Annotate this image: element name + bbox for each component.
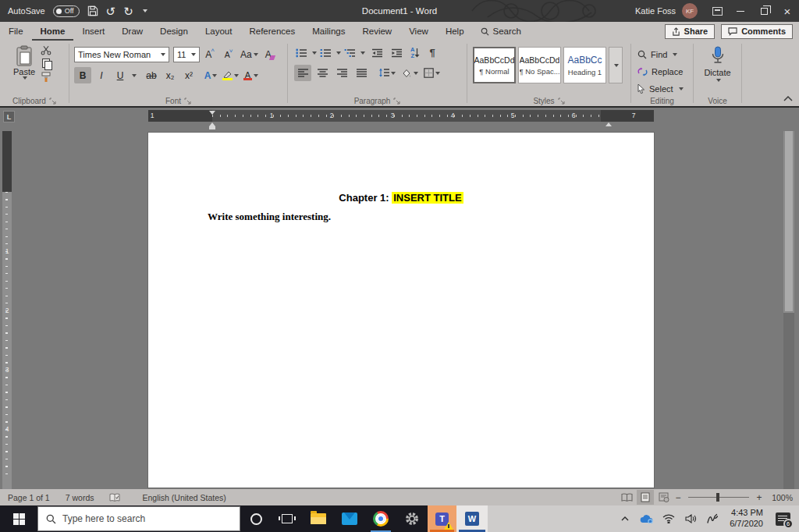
tab-insert[interactable]: Insert	[73, 22, 113, 41]
font-name-combo[interactable]: Times New Roman	[74, 47, 169, 62]
strikethrough-button[interactable]: ab	[143, 67, 160, 83]
document-body-line[interactable]: Write something interesting.	[208, 211, 331, 223]
tab-help[interactable]: Help	[437, 22, 473, 41]
left-indent-marker[interactable]	[209, 126, 215, 129]
right-indent-marker[interactable]	[605, 122, 612, 126]
text-effects-button[interactable]: A	[202, 67, 219, 83]
tab-layout[interactable]: Layout	[197, 22, 241, 41]
avatar[interactable]: KF	[682, 3, 698, 19]
align-center-button[interactable]	[314, 65, 331, 81]
taskbar-clock[interactable]: 4:43 PM 6/7/2020	[725, 508, 768, 530]
word-taskbar-button[interactable]: W	[456, 505, 488, 532]
vertical-ruler[interactable]: 1 2 3 4	[2, 131, 12, 489]
mail-button[interactable]	[334, 505, 365, 532]
tab-references[interactable]: References	[240, 22, 304, 41]
customize-qat-caret-icon[interactable]	[143, 9, 147, 12]
redo-icon[interactable]: ↻	[123, 5, 133, 17]
document-page[interactable]: Chapter 1: INSERT TITLE Write something …	[148, 133, 654, 488]
language-indicator[interactable]: English (United States)	[128, 493, 233, 502]
bullets-caret-icon[interactable]	[312, 51, 317, 55]
underline-caret-icon[interactable]	[132, 74, 137, 77]
grow-font-button[interactable]: A˄	[201, 46, 218, 62]
first-line-indent-marker[interactable]	[209, 111, 215, 115]
bullets-icon[interactable]	[296, 48, 307, 58]
windows-ink-tray-button[interactable]	[703, 513, 722, 524]
underline-button[interactable]: U	[112, 67, 129, 83]
change-case-button[interactable]: Aa	[239, 46, 260, 62]
word-count[interactable]: 7 words	[58, 493, 102, 502]
volume-tray-button[interactable]	[681, 514, 700, 523]
zoom-in-button[interactable]: +	[755, 492, 763, 503]
tab-review[interactable]: Review	[353, 22, 400, 41]
justify-button[interactable]	[353, 65, 370, 81]
font-size-combo[interactable]: 11	[173, 47, 200, 62]
zoom-out-button[interactable]: −	[674, 492, 682, 503]
autosave-toggle[interactable]: Off	[53, 5, 80, 17]
zoom-slider-thumb[interactable]	[716, 493, 719, 502]
cut-icon[interactable]	[41, 45, 51, 55]
numbering-caret-icon[interactable]	[336, 51, 341, 55]
increase-indent-icon[interactable]	[391, 48, 403, 58]
horizontal-ruler[interactable]: 1 1 2 3 4 5 6 7	[148, 110, 654, 122]
style-normal[interactable]: AaBbCcDd ¶ Normal	[473, 47, 516, 83]
scrollbar-track[interactable]	[783, 313, 794, 489]
save-icon[interactable]	[87, 5, 98, 16]
minimize-button[interactable]	[729, 0, 752, 22]
comments-button[interactable]: Comments	[721, 24, 793, 39]
find-button[interactable]: Find	[637, 46, 693, 62]
tab-design[interactable]: Design	[151, 22, 197, 41]
zoom-slider[interactable]	[688, 497, 749, 498]
undo-icon[interactable]: ↺	[106, 5, 116, 17]
borders-button[interactable]	[422, 65, 442, 81]
shading-button[interactable]	[400, 65, 420, 81]
style-heading1[interactable]: AaBbCc Heading 1	[563, 47, 606, 83]
ribbon-display-options-button[interactable]	[705, 0, 729, 22]
tab-view[interactable]: View	[400, 22, 437, 41]
web-layout-button[interactable]	[655, 490, 673, 505]
wifi-tray-button[interactable]	[659, 514, 678, 523]
file-explorer-button[interactable]	[303, 505, 334, 532]
restore-button[interactable]	[752, 0, 776, 22]
sort-button[interactable]: AZ	[410, 47, 420, 59]
show-marks-button[interactable]: ¶	[429, 47, 435, 59]
cortana-button[interactable]	[240, 505, 272, 532]
chrome-button[interactable]	[365, 505, 396, 532]
replace-button[interactable]: Replace	[637, 63, 693, 80]
paste-button[interactable]: Paste	[8, 45, 41, 97]
clipboard-dialog-launcher-icon[interactable]	[49, 98, 56, 105]
vertical-scrollbar[interactable]	[783, 131, 794, 489]
proofing-status[interactable]	[101, 493, 128, 502]
numbering-icon[interactable]	[320, 48, 332, 58]
tab-mailings[interactable]: Mailings	[304, 22, 353, 41]
copy-icon[interactable]	[42, 59, 51, 69]
multilevel-caret-icon[interactable]	[360, 51, 365, 55]
select-button[interactable]: Select	[637, 80, 693, 97]
line-spacing-button[interactable]	[377, 65, 397, 81]
tab-file[interactable]: File	[0, 22, 32, 41]
align-right-button[interactable]	[333, 65, 350, 81]
paragraph-dialog-launcher-icon[interactable]	[393, 98, 400, 105]
taskbar-search-box[interactable]: Type here to search	[37, 506, 240, 531]
format-painter-icon[interactable]	[41, 72, 51, 83]
tab-home[interactable]: Home	[32, 22, 74, 41]
multilevel-list-icon[interactable]	[344, 48, 356, 58]
start-button[interactable]	[0, 505, 37, 532]
task-view-button[interactable]	[272, 505, 303, 532]
shrink-font-button[interactable]: A˅	[220, 46, 237, 62]
tray-expand-button[interactable]	[616, 516, 634, 521]
clear-formatting-button[interactable]: A	[261, 46, 279, 62]
share-button[interactable]: Share	[665, 24, 716, 39]
settings-button[interactable]	[396, 505, 428, 532]
print-layout-button[interactable]	[637, 490, 654, 505]
scrollbar-thumb[interactable]	[784, 131, 794, 312]
font-dialog-launcher-icon[interactable]	[184, 98, 191, 105]
superscript-button[interactable]: x²	[180, 67, 197, 83]
account-name[interactable]: Katie Foss	[635, 6, 676, 16]
search-box[interactable]: Search	[473, 27, 529, 36]
action-center-button[interactable]: 6	[771, 512, 794, 526]
zoom-level[interactable]: 100%	[765, 493, 793, 502]
italic-button[interactable]: I	[93, 67, 110, 83]
style-no-spacing[interactable]: AaBbCcDd ¶ No Spac...	[518, 47, 561, 83]
subscript-button[interactable]: x₂	[162, 67, 179, 83]
read-mode-button[interactable]	[618, 490, 635, 505]
